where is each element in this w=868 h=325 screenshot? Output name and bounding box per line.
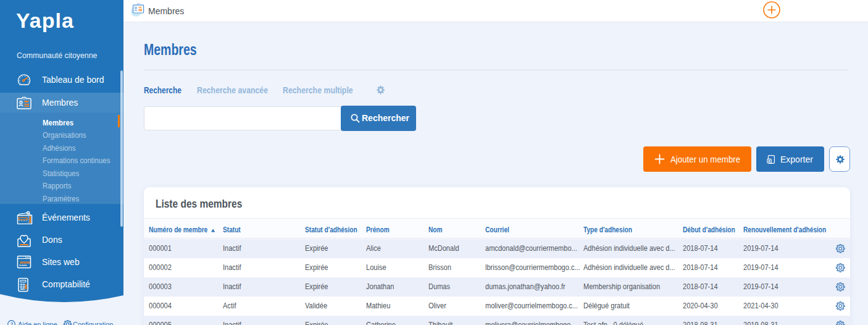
svg-text:?: ? bbox=[10, 321, 13, 325]
svg-text:www: www bbox=[19, 260, 30, 264]
